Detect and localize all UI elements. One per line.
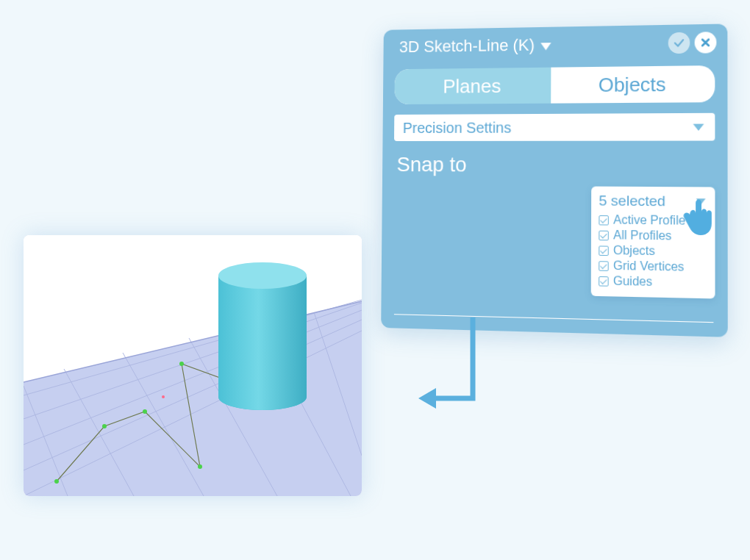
chevron-down-icon[interactable] bbox=[540, 43, 551, 50]
tab-objects[interactable]: Objects bbox=[551, 65, 715, 104]
snap-to-label: Snap to bbox=[396, 153, 715, 178]
checkbox-icon bbox=[599, 261, 609, 271]
precision-label: Precision Settins bbox=[403, 119, 512, 137]
svg-point-23 bbox=[218, 262, 307, 289]
svg-point-14 bbox=[54, 479, 59, 484]
tab-planes[interactable]: Planes bbox=[394, 68, 551, 104]
svg-point-16 bbox=[143, 409, 147, 414]
check-icon bbox=[673, 37, 685, 49]
chevron-down-icon bbox=[693, 123, 704, 130]
snap-selected-count: 5 selected bbox=[599, 193, 665, 210]
svg-point-15 bbox=[102, 424, 107, 428]
viewport-preview bbox=[24, 235, 362, 496]
checkbox-icon bbox=[599, 276, 609, 286]
checkbox-icon bbox=[599, 245, 609, 256]
checkbox-icon bbox=[599, 215, 609, 225]
precision-settings-dropdown[interactable]: Precision Settins bbox=[394, 113, 715, 141]
snap-option[interactable]: Objects bbox=[599, 243, 707, 259]
panel-title: 3D Sketch-Line (K) bbox=[399, 35, 535, 57]
scene-3d bbox=[24, 235, 362, 496]
svg-point-17 bbox=[198, 464, 202, 469]
cursor-hand-icon bbox=[676, 193, 723, 243]
sketch-line-panel: 3D Sketch-Line (K) Planes Objects Precis… bbox=[381, 24, 728, 337]
svg-point-18 bbox=[179, 362, 184, 366]
checkbox-icon bbox=[599, 230, 609, 240]
close-button[interactable] bbox=[695, 32, 717, 54]
confirm-button[interactable] bbox=[668, 32, 690, 54]
connector-arrow-icon bbox=[415, 317, 504, 423]
close-icon bbox=[699, 36, 712, 49]
snap-option[interactable]: Guides bbox=[599, 273, 707, 291]
snap-option[interactable]: Grid Vertices bbox=[599, 258, 707, 275]
svg-point-20 bbox=[162, 395, 165, 398]
tabs: Planes Objects bbox=[394, 65, 715, 104]
